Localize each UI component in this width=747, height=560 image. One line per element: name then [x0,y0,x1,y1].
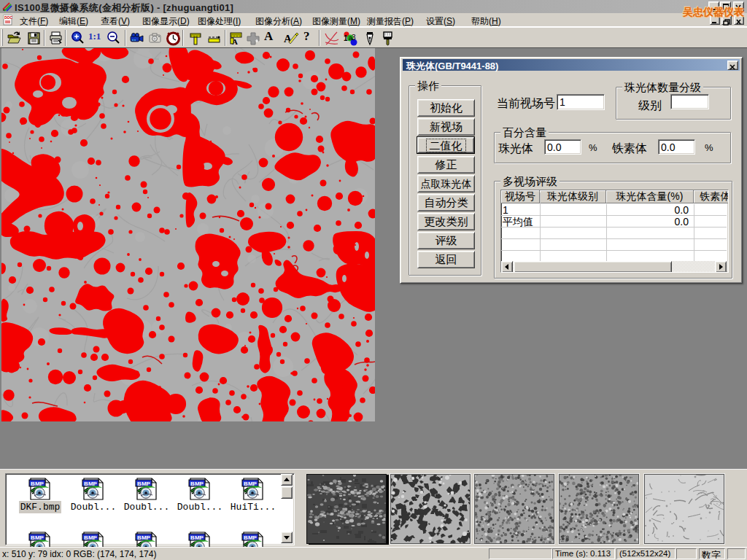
svg-text:DOC: DOC [4,15,13,20]
svg-text:BMP: BMP [137,481,150,487]
svg-text:BMP: BMP [190,481,204,487]
svg-text:3: 3 [352,34,356,42]
svg-text:BMP: BMP [244,481,257,487]
svg-text:1: 1 [344,34,348,42]
svg-text:BMP: BMP [190,534,204,541]
svg-text:BMP: BMP [137,534,150,541]
svg-text:BMP: BMP [244,534,257,541]
svg-text:BMP: BMP [31,481,44,487]
svg-text:BMP: BMP [84,481,97,487]
svg-text:BMP: BMP [31,534,44,541]
svg-text:BMP: BMP [84,534,97,541]
